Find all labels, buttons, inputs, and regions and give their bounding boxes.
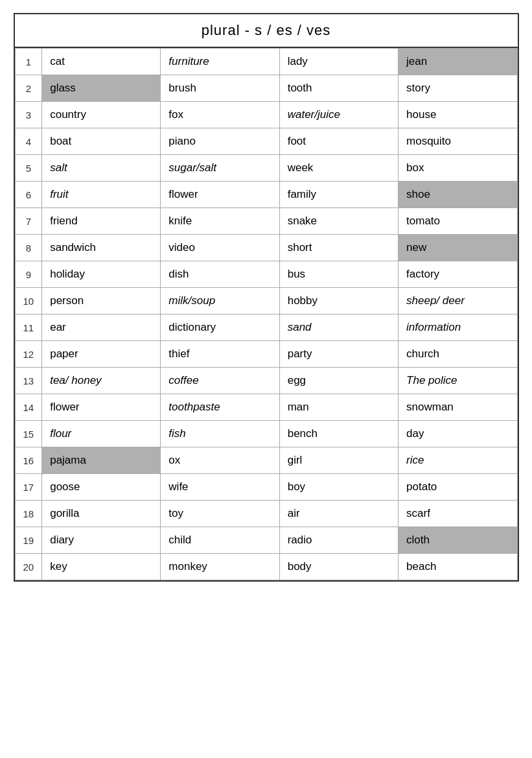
cell-word: mosquito bbox=[399, 128, 517, 155]
cell-word: new bbox=[399, 235, 517, 261]
cell-word: family bbox=[279, 182, 398, 208]
table-row: 20keymonkeybodybeach bbox=[15, 554, 517, 580]
cell-word: snowman bbox=[399, 394, 517, 421]
cell-word: furniture bbox=[161, 49, 279, 75]
cell-word: country bbox=[42, 102, 161, 128]
cell-word: information bbox=[399, 314, 517, 341]
table-row: 3countryfoxwater/juicehouse bbox=[15, 102, 517, 128]
row-number: 4 bbox=[15, 128, 42, 155]
table-row: 10personmilk/souphobbysheep/ deer bbox=[15, 288, 517, 314]
vocabulary-table: 1catfurnitureladyjean2glassbrushtoothsto… bbox=[15, 48, 518, 580]
table-row: 18gorillatoyairscarf bbox=[15, 501, 517, 527]
table-row: 16pajamaoxgirlrice bbox=[15, 447, 517, 474]
row-number: 16 bbox=[15, 447, 42, 474]
table-row: 6fruitflowerfamilyshoe bbox=[15, 182, 517, 208]
table-row: 5saltsugar/saltweekbox bbox=[15, 155, 517, 182]
row-number: 13 bbox=[15, 368, 42, 394]
row-number: 5 bbox=[15, 155, 42, 182]
table-row: 17goosewifeboypotato bbox=[15, 474, 517, 501]
cell-word: friend bbox=[42, 208, 161, 235]
row-number: 9 bbox=[15, 261, 42, 288]
cell-word: brush bbox=[161, 75, 279, 102]
table-row: 11eardictionarysandinformation bbox=[15, 314, 517, 341]
cell-word: goose bbox=[42, 474, 161, 501]
row-number: 7 bbox=[15, 208, 42, 235]
cell-word: toothpaste bbox=[161, 394, 279, 421]
cell-word: ear bbox=[42, 314, 161, 341]
cell-word: salt bbox=[42, 155, 161, 182]
cell-word: boat bbox=[42, 128, 161, 155]
cell-word: monkey bbox=[161, 554, 279, 580]
cell-word: key bbox=[42, 554, 161, 580]
cell-word: house bbox=[399, 102, 517, 128]
cell-word: ox bbox=[161, 447, 279, 474]
cell-word: thief bbox=[161, 341, 279, 368]
cell-word: cloth bbox=[399, 527, 517, 554]
cell-word: fox bbox=[161, 102, 279, 128]
cell-word: person bbox=[42, 288, 161, 314]
cell-word: video bbox=[161, 235, 279, 261]
cell-word: piano bbox=[161, 128, 279, 155]
cell-word: bench bbox=[279, 421, 398, 447]
table-row: 13tea/ honeycoffeeeggThe police bbox=[15, 368, 517, 394]
cell-word: flower bbox=[161, 182, 279, 208]
cell-word: diary bbox=[42, 527, 161, 554]
cell-word: snake bbox=[279, 208, 398, 235]
row-number: 1 bbox=[15, 49, 42, 75]
cell-word: fruit bbox=[42, 182, 161, 208]
row-number: 10 bbox=[15, 288, 42, 314]
cell-word: body bbox=[279, 554, 398, 580]
cell-word: shoe bbox=[399, 182, 517, 208]
cell-word: egg bbox=[279, 368, 398, 394]
cell-word: dictionary bbox=[161, 314, 279, 341]
cell-word: gorilla bbox=[42, 501, 161, 527]
row-number: 17 bbox=[15, 474, 42, 501]
cell-word: sand bbox=[279, 314, 398, 341]
cell-word: man bbox=[279, 394, 398, 421]
cell-word: knife bbox=[161, 208, 279, 235]
cell-word: sugar/salt bbox=[161, 155, 279, 182]
row-number: 18 bbox=[15, 501, 42, 527]
cell-word: sheep/ deer bbox=[399, 288, 517, 314]
cell-word: The police bbox=[399, 368, 517, 394]
cell-word: jean bbox=[399, 49, 517, 75]
cell-word: story bbox=[399, 75, 517, 102]
cell-word: box bbox=[399, 155, 517, 182]
cell-word: tomato bbox=[399, 208, 517, 235]
cell-word: fish bbox=[161, 421, 279, 447]
table-title: plural - s / es / ves bbox=[15, 14, 518, 48]
table-row: 14flowertoothpastemansnowman bbox=[15, 394, 517, 421]
cell-word: rice bbox=[399, 447, 517, 474]
cell-word: paper bbox=[42, 341, 161, 368]
cell-word: tooth bbox=[279, 75, 398, 102]
cell-word: glass bbox=[42, 75, 161, 102]
cell-word: sandwich bbox=[42, 235, 161, 261]
row-number: 12 bbox=[15, 341, 42, 368]
cell-word: party bbox=[279, 341, 398, 368]
table-row: 2glassbrushtoothstory bbox=[15, 75, 517, 102]
cell-word: week bbox=[279, 155, 398, 182]
table-row: 15flourfishbenchday bbox=[15, 421, 517, 447]
cell-word: radio bbox=[279, 527, 398, 554]
cell-word: lady bbox=[279, 49, 398, 75]
cell-word: bus bbox=[279, 261, 398, 288]
table-row: 1catfurnitureladyjean bbox=[15, 49, 517, 75]
table-row: 7friendknifesnaketomato bbox=[15, 208, 517, 235]
row-number: 8 bbox=[15, 235, 42, 261]
cell-word: pajama bbox=[42, 447, 161, 474]
cell-word: flower bbox=[42, 394, 161, 421]
table-row: 4boatpianofootmosquito bbox=[15, 128, 517, 155]
main-container: plural - s / es / ves 1catfurnitureladyj… bbox=[14, 13, 519, 582]
row-number: 20 bbox=[15, 554, 42, 580]
cell-word: short bbox=[279, 235, 398, 261]
cell-word: cat bbox=[42, 49, 161, 75]
row-number: 14 bbox=[15, 394, 42, 421]
cell-word: foot bbox=[279, 128, 398, 155]
cell-word: tea/ honey bbox=[42, 368, 161, 394]
cell-word: beach bbox=[399, 554, 517, 580]
row-number: 19 bbox=[15, 527, 42, 554]
cell-word: church bbox=[399, 341, 517, 368]
cell-word: dish bbox=[161, 261, 279, 288]
cell-word: air bbox=[279, 501, 398, 527]
cell-word: child bbox=[161, 527, 279, 554]
